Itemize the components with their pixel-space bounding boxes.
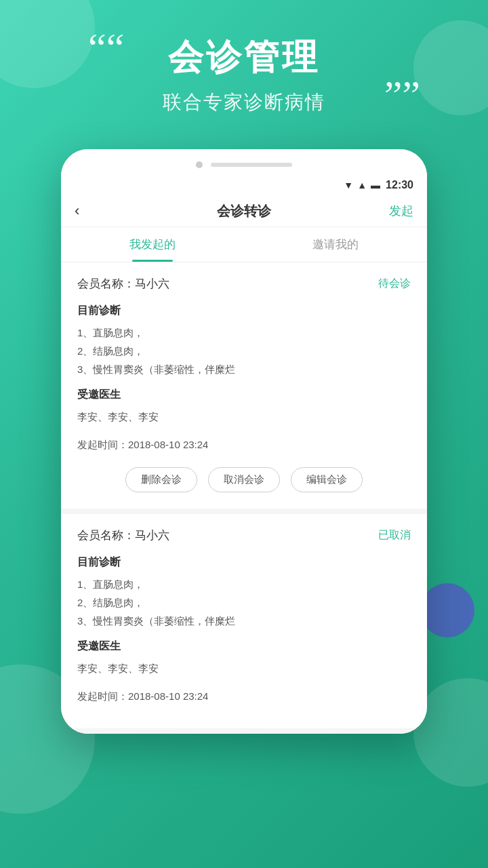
- nav-title: 会诊转诊: [217, 202, 271, 220]
- card-1-doctor-names: 李安、李安、李安: [77, 408, 411, 426]
- card-2-header: 会员名称：马小六 已取消: [77, 528, 411, 543]
- nav-bar: ‹ 会诊转诊 发起: [61, 195, 427, 227]
- initiate-button[interactable]: 发起: [389, 203, 413, 219]
- card-1-header: 会员名称：马小六 待会诊: [77, 276, 411, 292]
- page-title: 会诊管理: [0, 34, 488, 81]
- delete-consultation-button[interactable]: 删除会诊: [125, 467, 197, 492]
- card-2-time: 发起时间：2018-08-10 23:24: [77, 687, 411, 705]
- bg-decoration-5: [420, 583, 474, 637]
- cancel-consultation-button[interactable]: 取消会诊: [208, 467, 280, 492]
- card-1-diagnosis-content: 1、直肠息肉， 2、结肠息肉， 3、慢性胃窦炎（非萎缩性，伴糜烂: [77, 323, 411, 378]
- tab-invited-me[interactable]: 邀请我的: [244, 227, 427, 262]
- header-section: ““ ”” 会诊管理 联合专家诊断病情: [0, 0, 488, 136]
- battery-icon: ▬: [371, 180, 380, 191]
- phone-notch: [61, 149, 427, 175]
- tab-my-initiated[interactable]: 我发起的: [61, 227, 244, 262]
- card-2-member-name: 会员名称：马小六: [77, 528, 169, 543]
- phone-camera-dot: [196, 161, 203, 168]
- card-1-member-name: 会员名称：马小六: [77, 276, 169, 292]
- phone-mockup: ▼ ▲ ▬ 12:30 ‹ 会诊转诊 发起 我发起的 邀请我的 会员名称：马小六…: [61, 149, 427, 734]
- status-bar: ▼ ▲ ▬ 12:30: [61, 175, 427, 195]
- status-icons: ▼ ▲ ▬: [344, 180, 380, 191]
- card-1-status: 待会诊: [378, 277, 411, 291]
- card-1-doctor-title: 受邀医生: [77, 388, 411, 402]
- signal-icon: ▲: [357, 180, 367, 191]
- back-button[interactable]: ‹: [75, 202, 79, 220]
- card-2-diagnosis-title: 目前诊断: [77, 555, 411, 570]
- card-1-action-buttons: 删除会诊 取消会诊 编辑会诊: [77, 467, 411, 495]
- card-2-status: 已取消: [378, 528, 411, 542]
- card-2-diagnosis-content: 1、直肠息肉， 2、结肠息肉， 3、慢性胃窦炎（非萎缩性，伴糜烂: [77, 575, 411, 630]
- status-time: 12:30: [386, 179, 413, 191]
- consultation-card-1: 会员名称：马小六 待会诊 目前诊断 1、直肠息肉， 2、结肠息肉， 3、慢性胃窦…: [61, 262, 427, 514]
- wifi-icon: ▼: [344, 180, 353, 191]
- card-2-doctor-names: 李安、李安、李安: [77, 659, 411, 677]
- tab-bar: 我发起的 邀请我的: [61, 227, 427, 262]
- edit-consultation-button[interactable]: 编辑会诊: [291, 467, 363, 492]
- card-1-diagnosis-title: 目前诊断: [77, 304, 411, 318]
- card-1-time: 发起时间：2018-08-10 23:24: [77, 435, 411, 454]
- consultation-card-2: 会员名称：马小六 已取消 目前诊断 1、直肠息肉， 2、结肠息肉， 3、慢性胃窦…: [61, 514, 427, 734]
- card-2-doctor-title: 受邀医生: [77, 639, 411, 654]
- phone-speaker-bar: [211, 163, 292, 167]
